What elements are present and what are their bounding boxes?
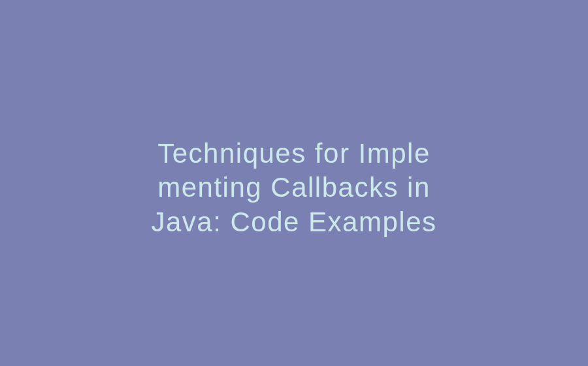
title-line-1: Techniques for Imple bbox=[157, 138, 431, 169]
page-title: Techniques for Imple menting Callbacks i… bbox=[151, 137, 436, 240]
title-line-3: Java: Code Examples bbox=[151, 207, 436, 237]
title-line-2: menting Callbacks in bbox=[157, 172, 431, 203]
